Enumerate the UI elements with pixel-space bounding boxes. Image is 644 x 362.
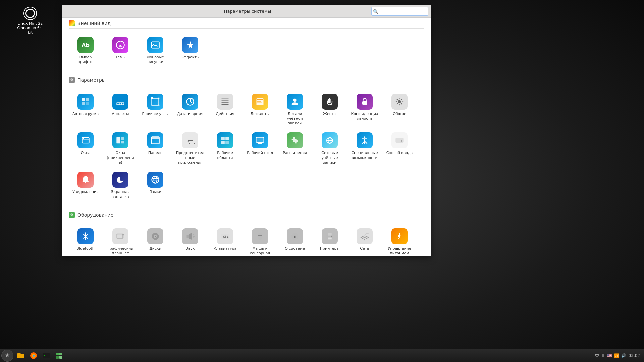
taskbar-app-files[interactable]: [53, 350, 65, 362]
item-extensions[interactable]: Расширения: [278, 130, 312, 168]
item-workspaces[interactable]: Рабочие области: [208, 130, 242, 168]
svg-rect-4: [82, 102, 85, 105]
item-icon-about: i: [287, 228, 303, 244]
item-bluetooth[interactable]: Bluetooth: [69, 226, 102, 256]
item-sound[interactable]: Звук: [173, 226, 207, 256]
item-printers[interactable]: Принтеры: [313, 226, 346, 256]
item-disks[interactable]: Диски: [139, 226, 172, 256]
item-power[interactable]: Управление питанием: [383, 226, 416, 256]
section-header-parameters: ⚙ Параметры: [69, 77, 424, 85]
item-icon-input-method: { }: [391, 132, 408, 148]
window-titlebar: Параметры системы ─ □ ✕ 🔍 ✕: [62, 5, 431, 18]
svg-rect-5: [86, 102, 89, 105]
desktop-icon-sublabel: Cinnamon 64-bit: [17, 26, 44, 35]
item-general[interactable]: Общие: [383, 91, 416, 129]
item-actions[interactable]: Действия: [208, 91, 242, 129]
item-window-snap[interactable]: Окна (прикрепление): [104, 130, 137, 168]
svg-text:@2: @2: [223, 234, 229, 238]
svg-point-13: [151, 104, 153, 106]
item-about[interactable]: i О системе: [278, 226, 312, 256]
taskbar-app-browser[interactable]: [28, 350, 40, 362]
item-label-printers: Принтеры: [320, 246, 339, 251]
item-label-actions: Действия: [216, 112, 234, 116]
taskbar: >_ 🛡 🖥 🇺🇸 📶 🔊 03:02: [0, 349, 644, 362]
item-fonts[interactable]: Ab Выбор шрифтов: [69, 34, 102, 67]
taskbar-app-folder[interactable]: [15, 350, 27, 362]
item-label-languages: Языки: [149, 190, 161, 194]
taskbar-time: 03:02: [628, 353, 640, 358]
svg-rect-74: [328, 233, 332, 236]
item-privacy[interactable]: Конфиденциальность: [348, 91, 381, 129]
svg-rect-25: [257, 102, 262, 103]
item-icon-panel: [147, 132, 163, 148]
item-effects[interactable]: Эффекты: [173, 34, 207, 67]
item-label-datetime: Дата и время: [177, 112, 203, 116]
svg-rect-10: [152, 98, 159, 105]
taskbar-menu-button[interactable]: [1, 350, 13, 362]
item-label-graphics-tablet: Графический планшет: [106, 246, 135, 256]
item-prefapps[interactable]: { } Предпочтительные приложения: [173, 130, 207, 168]
svg-point-97: [33, 355, 35, 357]
item-startup[interactable]: Автозагрузка: [69, 91, 102, 129]
svg-line-17: [190, 102, 192, 102]
item-languages[interactable]: Языки: [139, 169, 172, 202]
item-label-accessibility: Специальные возможности: [350, 150, 379, 160]
taskbar-icon-flag: 🇺🇸: [607, 353, 612, 358]
window-title: Параметры системы: [92, 9, 404, 14]
item-panel[interactable]: Панель: [139, 130, 172, 168]
item-network[interactable]: Сеть: [348, 226, 381, 256]
item-notifications[interactable]: Уведомления: [69, 169, 102, 202]
svg-rect-75: [328, 237, 332, 239]
search-input[interactable]: [379, 9, 431, 14]
svg-rect-39: [221, 137, 225, 140]
item-label-network-accounts: Сетевые учётные записи: [315, 150, 344, 165]
item-account[interactable]: Детали учётной записи: [278, 91, 312, 129]
section-header-appearance: Внешний вид: [69, 20, 424, 29]
item-graphics-tablet[interactable]: Графический планшет: [104, 226, 137, 256]
svg-rect-32: [116, 137, 120, 144]
parameters-items-grid: Автозагрузка Апплеты Горячие: [69, 89, 424, 203]
svg-rect-20: [222, 102, 229, 103]
item-icon-desklets: [252, 94, 268, 110]
item-wallpaper[interactable]: Фоновые рисунки: [139, 34, 172, 67]
item-keyboard[interactable]: @2 Клавиатура: [208, 226, 242, 256]
item-applets[interactable]: Апплеты: [104, 91, 137, 129]
item-icon-general: [391, 94, 408, 110]
item-label-privacy: Конфиденциальность: [350, 112, 379, 121]
item-mouse[interactable]: Мышь и сенсорная панель: [243, 226, 277, 256]
svg-rect-3: [86, 98, 89, 101]
svg-point-53: [152, 176, 159, 183]
item-datetime[interactable]: Дата и время: [173, 91, 207, 129]
item-icon-languages: [147, 172, 163, 188]
item-icon-effects: [182, 37, 198, 53]
item-accessibility[interactable]: Специальные возможности: [348, 130, 381, 168]
svg-point-77: [364, 239, 365, 241]
item-windows[interactable]: Окна: [69, 130, 102, 168]
section-icon-appearance: [69, 20, 75, 26]
item-icon-windows: [77, 132, 94, 148]
item-icon-actions: [217, 94, 233, 110]
svg-point-14: [158, 104, 160, 106]
svg-rect-44: [256, 137, 264, 142]
item-desklets[interactable]: Десклеты: [243, 91, 277, 129]
taskbar-icon-shield: 🛡: [595, 353, 599, 358]
item-desktop[interactable]: Рабочий стол: [243, 130, 277, 168]
item-hotcorners[interactable]: Горячие углы: [139, 91, 172, 129]
item-themes[interactable]: Темы: [104, 34, 137, 67]
svg-point-28: [398, 100, 401, 103]
svg-rect-42: [225, 141, 229, 144]
item-screensaver[interactable]: Экранная заставка: [104, 169, 137, 202]
item-label-gestures: Жесты: [323, 112, 336, 116]
svg-rect-100: [56, 353, 59, 355]
item-network-accounts[interactable]: Сетевые учётные записи: [313, 130, 346, 168]
item-icon-power: [391, 228, 408, 244]
taskbar-app-terminal[interactable]: >_: [40, 350, 52, 362]
svg-rect-18: [222, 98, 229, 99]
section-title-appearance: Внешний вид: [77, 21, 111, 26]
item-gestures[interactable]: Жесты: [313, 91, 346, 129]
desktop-icon-linuxmint: Linux Mint 22 Cinnamon 64-bit: [17, 7, 44, 35]
item-label-applets: Апплеты: [112, 112, 129, 116]
item-icon-network-accounts: [322, 132, 338, 148]
item-input-method[interactable]: { } Способ ввода: [383, 130, 416, 168]
item-label-input-method: Способ ввода: [386, 150, 413, 155]
